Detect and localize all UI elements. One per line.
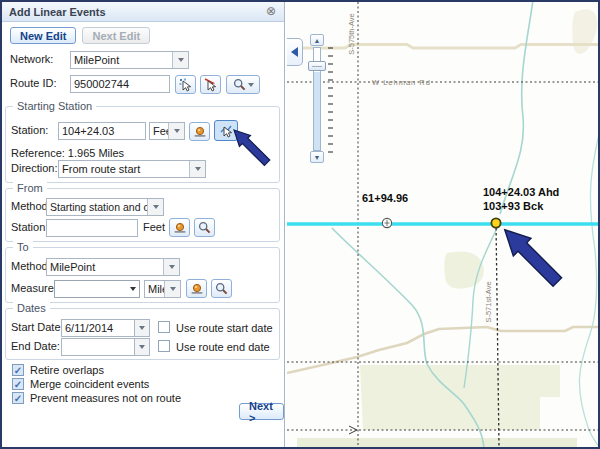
merge-coincident-events-checkbox[interactable]: ✓ (12, 378, 24, 390)
retire-overlaps-label: Retire overlaps (30, 364, 104, 376)
to-method-label: Method: (11, 260, 51, 272)
start-date-input[interactable] (61, 319, 135, 337)
chevron-down-icon[interactable] (130, 281, 139, 297)
starting-station-group: Starting Station Station: Feet (5, 106, 280, 183)
reference-text: Reference: 1.965 Miles (11, 147, 124, 159)
use-route-start-date-checkbox[interactable] (158, 321, 170, 333)
station-input[interactable] (58, 122, 146, 140)
next-button[interactable]: Next > (239, 403, 284, 420)
field-blob (444, 252, 483, 289)
from-legend: From (13, 182, 47, 194)
select-route-on-map-button[interactable] (175, 75, 196, 94)
annotation-station-back: 103+93 Bck (483, 200, 544, 212)
new-edit-button[interactable]: New Edit (10, 27, 76, 44)
locate-icon (193, 125, 207, 139)
measure-combobox[interactable] (54, 280, 140, 298)
chevron-down-icon[interactable] (164, 281, 180, 297)
from-units-label: Feet (143, 221, 165, 233)
measure-label: Measure: (11, 282, 57, 294)
annotation-station-ahead: 104+24.03 Ahd (483, 186, 559, 198)
station-locate-button[interactable] (189, 122, 210, 141)
measure-units-combobox[interactable]: Miles (144, 280, 181, 298)
road-label-575th: S-575th-Ave (347, 13, 356, 55)
panel-titlebar: Add Linear Events ⊗ (2, 2, 284, 22)
chevron-down-icon[interactable] (189, 161, 205, 177)
magnifier-icon (215, 282, 228, 295)
to-search-button[interactable] (211, 279, 232, 298)
field-blob-2 (572, 9, 597, 54)
from-method-label: Method: (11, 200, 51, 212)
field-polygon (360, 365, 560, 430)
merge-coincident-events-label: Merge coincident events (30, 378, 149, 390)
zoom-out-button[interactable]: ▼ (310, 151, 324, 163)
station-units-combobox[interactable]: Feet (149, 122, 185, 140)
use-route-end-date-checkbox[interactable] (158, 340, 170, 352)
station-units-value: Feet (150, 123, 168, 139)
zoom-slider-ticks (328, 48, 333, 152)
locate-icon (190, 282, 204, 296)
pick-station-on-map-button[interactable] (214, 120, 238, 141)
clear-route-selection-button[interactable] (200, 75, 221, 94)
collapse-panel-button[interactable] (287, 38, 303, 66)
next-edit-button[interactable]: Next Edit (82, 27, 150, 44)
from-method-combobox[interactable]: Starting station and offset (46, 198, 164, 216)
magnifier-icon (233, 78, 246, 91)
from-search-button[interactable] (194, 218, 215, 237)
from-method-value: Starting station and offset (47, 199, 147, 215)
annotation-station-left: 61+94.96 (362, 192, 408, 204)
direction-value: From route start (59, 161, 189, 177)
triangle-down-icon: ▼ (314, 154, 321, 161)
cursor-pick-station-icon (219, 123, 234, 138)
road-label-571st: S-571st-Ave (484, 281, 493, 322)
chevron-down-icon[interactable] (168, 123, 184, 139)
close-icon[interactable]: ⊗ (266, 5, 276, 17)
start-date-label: Start Date: (11, 321, 64, 333)
annotation-arrow-map (505, 230, 562, 287)
chevron-left-icon (291, 47, 298, 57)
end-date-dropdown-button[interactable] (134, 338, 150, 356)
from-group: From Method: Starting station and offset… (5, 188, 280, 242)
map-canvas[interactable]: W Lehman Rd S-575th-Ave S-571st-Ave 61+9… (287, 2, 600, 447)
chevron-down-icon (135, 339, 149, 355)
to-locate-button[interactable] (186, 279, 207, 298)
to-group: To Method: MilePoint Measure: Miles (5, 247, 280, 303)
add-linear-events-panel: Add Linear Events ⊗ New Edit Next Edit N… (2, 2, 285, 447)
measure-units-value: Miles (145, 281, 164, 297)
to-method-combobox[interactable]: MilePoint (46, 258, 180, 276)
triangle-up-icon: ▲ (314, 37, 321, 44)
route-id-input[interactable] (70, 75, 170, 93)
reference-point-marker (382, 218, 391, 227)
from-station-label: Station: (11, 221, 48, 233)
end-date-input[interactable] (61, 338, 135, 356)
chevron-down-icon[interactable] (163, 259, 179, 275)
chevron-down-icon (135, 320, 149, 336)
zoom-in-button[interactable]: ▲ (310, 34, 324, 46)
direction-combobox[interactable]: From route start (58, 160, 206, 178)
use-route-start-date-label: Use route start date (176, 322, 273, 334)
chevron-down-icon[interactable] (147, 199, 163, 215)
network-combobox[interactable]: MilePoint (70, 51, 189, 69)
dates-legend: Dates (13, 302, 50, 314)
stream-east (579, 130, 600, 447)
from-station-input[interactable] (46, 219, 138, 237)
route-id-label: Route ID: (10, 77, 56, 89)
from-locate-button[interactable] (169, 218, 190, 237)
route-search-split-button[interactable] (226, 75, 260, 94)
retire-overlaps-checkbox[interactable]: ✓ (12, 364, 24, 376)
dates-group: Dates Start Date: Use route start date E… (5, 308, 280, 360)
start-date-dropdown-button[interactable] (134, 319, 150, 337)
station-point-marker[interactable] (491, 218, 500, 227)
use-route-end-date-label: Use route end date (176, 341, 270, 353)
magnifier-icon (198, 221, 211, 234)
road-top (287, 45, 600, 49)
stream-north (500, 2, 533, 214)
zoom-slider-thumb[interactable] (308, 61, 326, 71)
chevron-down-icon[interactable] (172, 52, 188, 68)
prevent-measures-checkbox[interactable]: ✓ (12, 392, 24, 404)
to-method-value: MilePoint (47, 259, 163, 275)
prevent-measures-label: Prevent measures not on route (30, 392, 181, 404)
panel-title: Add Linear Events (2, 6, 106, 18)
application-window: Add Linear Events ⊗ New Edit Next Edit N… (0, 0, 600, 449)
network-value: MilePoint (71, 52, 172, 68)
network-label: Network: (10, 53, 53, 65)
